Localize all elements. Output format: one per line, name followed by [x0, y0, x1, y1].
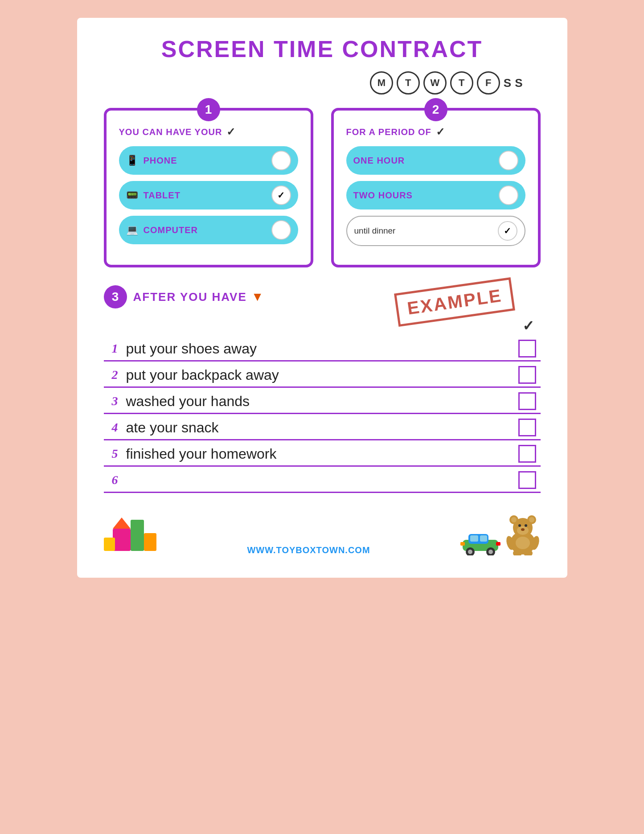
box1-check: ✓: [226, 126, 236, 138]
day-T: T: [397, 71, 420, 94]
blocks-svg: [104, 506, 157, 555]
row-text-1: put your shoes away: [126, 341, 518, 357]
computer-knob[interactable]: [271, 220, 291, 240]
phone-knob[interactable]: [271, 151, 291, 170]
col-check-header: ✓: [522, 317, 534, 334]
row-checkbox-5[interactable]: [518, 445, 536, 463]
row-checkbox-4[interactable]: [518, 419, 536, 436]
svg-marker-2: [113, 518, 131, 529]
day-S1: S: [504, 76, 511, 90]
svg-point-23: [525, 524, 527, 527]
footer-toys: [460, 511, 541, 555]
section3-title: AFTER YOU HAVE ▼: [133, 290, 265, 304]
page-title: SCREEN TIME CONTRACT: [104, 36, 541, 62]
tablet-knob[interactable]: ✓: [271, 185, 291, 205]
box2: 2 FOR A PERIOD OF ✓ ONE HOUR TWO HOURS u…: [331, 108, 541, 267]
row-checkbox-2[interactable]: [518, 366, 536, 384]
two-hours-toggle[interactable]: TWO HOURS: [346, 181, 525, 210]
row-num-1: 1: [104, 341, 126, 356]
svg-point-10: [468, 550, 472, 554]
day-TH: T: [450, 71, 473, 94]
phone-icon: 📱: [126, 155, 138, 166]
computer-toggle[interactable]: 💻 COMPUTER: [119, 216, 298, 244]
box1: 1 YOU CAN HAVE YOUR ✓ 📱 PHONE 📟 TABLET ✓…: [104, 108, 313, 267]
footer-url: WWW.TOYBOXTOWN.COM: [157, 545, 460, 555]
day-F: F: [477, 71, 500, 94]
svg-rect-1: [113, 529, 131, 551]
row-num-2: 2: [104, 368, 126, 382]
one-hour-toggle[interactable]: ONE HOUR: [346, 146, 525, 175]
svg-rect-14: [496, 542, 500, 546]
toy-blocks-icon: [104, 506, 157, 555]
boxes-row: 1 YOU CAN HAVE YOUR ✓ 📱 PHONE 📟 TABLET ✓…: [104, 108, 541, 267]
checklist-row-3: 3 washed your hands: [104, 388, 541, 414]
two-hours-label: TWO HOURS: [353, 190, 493, 201]
row-text-4: ate your snack: [126, 419, 518, 436]
until-dinner-knob[interactable]: ✓: [498, 221, 517, 241]
toy-car-icon: [460, 529, 500, 555]
tablet-icon: 📟: [126, 189, 138, 201]
tablet-toggle[interactable]: 📟 TABLET ✓: [119, 181, 298, 210]
row-num-4: 4: [104, 420, 126, 435]
svg-point-12: [488, 550, 493, 554]
row-checkbox-6[interactable]: [518, 471, 536, 489]
checklist-row-1: 1 put your shoes away: [104, 335, 541, 362]
checklist-row-6: 6: [104, 467, 541, 493]
row-checkbox-1[interactable]: [518, 340, 536, 357]
svg-rect-8: [480, 535, 487, 542]
two-hours-knob[interactable]: [499, 185, 518, 205]
footer: WWW.TOYBOXTOWN.COM: [104, 506, 541, 555]
until-dinner-toggle[interactable]: until dinner ✓: [346, 216, 525, 246]
row-text-2: put your backpack away: [126, 367, 518, 383]
until-dinner-label: until dinner: [354, 226, 492, 236]
phone-toggle[interactable]: 📱 PHONE: [119, 146, 298, 175]
computer-label: COMPUTER: [144, 225, 266, 235]
svg-rect-7: [470, 535, 478, 542]
checklist-header: ✓: [104, 317, 541, 334]
row-text-5: finished your homework: [126, 446, 518, 462]
svg-rect-0: [131, 520, 144, 551]
svg-point-25: [516, 537, 530, 549]
section3-area: EXAMPLE 3 AFTER YOU HAVE ▼ ✓ 1 put your …: [104, 285, 541, 493]
computer-icon: 💻: [126, 224, 138, 236]
checklist-row-5: 5 finished your homework: [104, 440, 541, 467]
row-num-6: 6: [104, 473, 126, 487]
checklist-row-4: 4 ate your snack: [104, 414, 541, 440]
tablet-label: TABLET: [144, 190, 266, 201]
svg-point-24: [521, 528, 525, 531]
box2-check: ✓: [436, 126, 445, 138]
box1-heading: YOU CAN HAVE YOUR ✓: [119, 126, 298, 138]
phone-label: PHONE: [144, 156, 266, 166]
svg-point-20: [529, 517, 534, 522]
svg-rect-4: [144, 533, 156, 551]
row-num-3: 3: [104, 394, 126, 408]
checklist: 1 put your shoes away 2 put your backpac…: [104, 335, 541, 493]
toy-bear-icon: [505, 511, 541, 555]
day-W: W: [423, 71, 447, 94]
svg-point-22: [518, 524, 521, 527]
days-row: M T W T F S S: [104, 71, 541, 94]
row-num-5: 5: [104, 447, 126, 461]
day-S2: S: [515, 76, 522, 90]
section3-number: 3: [104, 285, 127, 308]
checklist-row-2: 2 put your backpack away: [104, 362, 541, 388]
one-hour-label: ONE HOUR: [353, 156, 493, 166]
row-checkbox-3[interactable]: [518, 392, 536, 410]
one-hour-knob[interactable]: [499, 151, 518, 170]
svg-rect-13: [460, 542, 465, 546]
svg-point-18: [511, 517, 517, 522]
box2-heading: FOR A PERIOD OF ✓: [346, 126, 525, 138]
arrow-down-icon: ▼: [251, 290, 265, 304]
day-M: M: [370, 71, 393, 94]
row-text-3: washed your hands: [126, 393, 518, 410]
box2-number: 2: [424, 98, 447, 121]
box1-number: 1: [197, 98, 220, 121]
page: SCREEN TIME CONTRACT M T W T F S S 1 YOU…: [77, 18, 567, 578]
svg-rect-3: [104, 538, 115, 551]
